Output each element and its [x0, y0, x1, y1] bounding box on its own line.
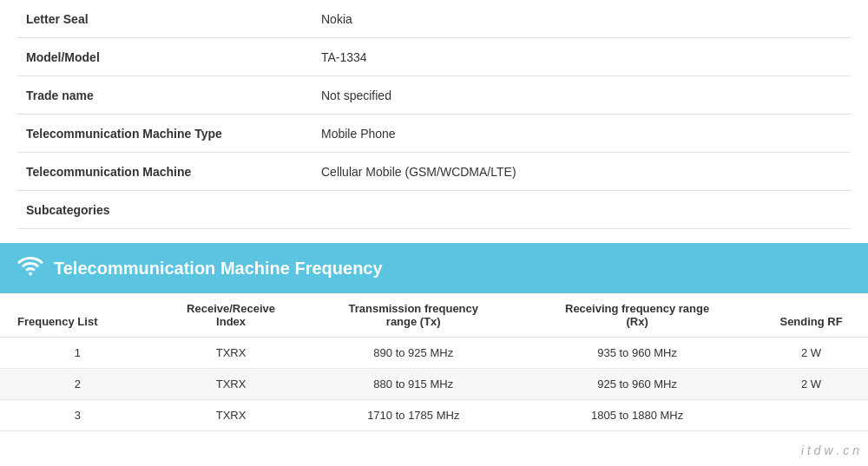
main-container: Letter Seal Nokia Model/Model TA-1334 Tr… — [0, 0, 868, 466]
cell-tx-3: 1710 to 1785 MHz — [307, 400, 521, 431]
table-row: 3 TXRX 1710 to 1785 MHz 1805 to 1880 MHz — [0, 400, 868, 431]
frequency-section-title: Telecommunication Machine Frequency — [54, 259, 383, 279]
info-row-telecom-machine: Telecommunication Machine Cellular Mobil… — [17, 153, 851, 191]
th-tx-range: Transmission frequency range (Tx) — [307, 293, 521, 338]
cell-rf-1: 2 W — [754, 338, 868, 369]
value-subcategories — [312, 191, 851, 228]
cell-rf-3 — [754, 400, 868, 431]
info-row-telecom-type: Telecommunication Machine Type Mobile Ph… — [17, 115, 851, 153]
value-letter-seal: Nokia — [312, 0, 851, 37]
label-subcategories: Subcategories — [17, 191, 312, 228]
label-telecom-type: Telecommunication Machine Type — [17, 115, 312, 152]
value-telecom-machine: Cellular Mobile (GSM/WCDMA/LTE) — [312, 153, 851, 190]
info-row-model: Model/Model TA-1334 — [17, 38, 851, 76]
th-freq-list: Frequency List — [0, 293, 155, 338]
frequency-section-header: Telecommunication Machine Frequency — [0, 243, 868, 293]
value-telecom-type: Mobile Phone — [312, 115, 851, 152]
cell-tx-2: 880 to 915 MHz — [307, 369, 521, 400]
cell-freq-3: 3 — [0, 400, 155, 431]
label-telecom-machine: Telecommunication Machine — [17, 153, 312, 190]
cell-rf-2: 2 W — [754, 369, 868, 400]
cell-freq-1: 1 — [0, 338, 155, 369]
th-receive-index: Receive/Receive Index — [155, 293, 307, 338]
cell-rx-1: 935 to 960 MHz — [520, 338, 754, 369]
th-rx-range: Receiving frequency range (Rx) — [520, 293, 754, 338]
info-section: Letter Seal Nokia Model/Model TA-1334 Tr… — [0, 0, 868, 229]
frequency-table-container: Frequency List Receive/Receive Index Tra… — [0, 293, 868, 431]
cell-freq-2: 2 — [0, 369, 155, 400]
watermark: i t d w . c n — [801, 443, 859, 457]
cell-index-2: TXRX — [155, 369, 307, 400]
label-letter-seal: Letter Seal — [17, 0, 312, 37]
cell-rx-3: 1805 to 1880 MHz — [520, 400, 754, 431]
label-trade-name: Trade name — [17, 76, 312, 114]
cell-rx-2: 925 to 960 MHz — [520, 369, 754, 400]
cell-index-3: TXRX — [155, 400, 307, 431]
cell-index-1: TXRX — [155, 338, 307, 369]
table-header-row: Frequency List Receive/Receive Index Tra… — [0, 293, 868, 338]
info-row-trade-name: Trade name Not specified — [17, 76, 851, 115]
table-row: 2 TXRX 880 to 915 MHz 925 to 960 MHz 2 W — [0, 369, 868, 400]
wifi-icon — [17, 255, 43, 281]
th-sending-rf: Sending RF — [754, 293, 868, 338]
frequency-table: Frequency List Receive/Receive Index Tra… — [0, 293, 868, 431]
label-model: Model/Model — [17, 38, 312, 75]
table-row: 1 TXRX 890 to 925 MHz 935 to 960 MHz 2 W — [0, 338, 868, 369]
info-row-subcategories: Subcategories — [17, 191, 851, 229]
cell-tx-1: 890 to 925 MHz — [307, 338, 521, 369]
value-trade-name: Not specified — [312, 76, 851, 114]
value-model: TA-1334 — [312, 38, 851, 75]
info-row-letter-seal: Letter Seal Nokia — [17, 0, 851, 38]
